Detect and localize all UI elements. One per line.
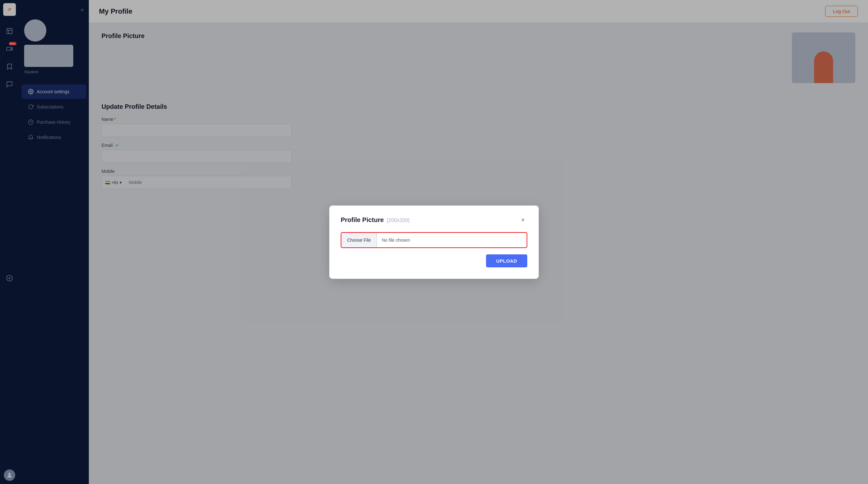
modal-title-group: Profile Picture [200x200] (341, 216, 409, 224)
no-file-text: No file chosen (377, 237, 527, 243)
modal-close-button[interactable]: × (518, 216, 527, 225)
modal-header: Profile Picture [200x200] × (341, 216, 527, 225)
modal-title: Profile Picture (341, 216, 384, 223)
upload-button[interactable]: UPLOAD (486, 254, 527, 267)
modal-overlay[interactable]: Profile Picture [200x200] × Choose File … (89, 0, 868, 484)
file-input-wrapper: Choose File No file chosen (341, 232, 527, 248)
profile-picture-modal: Profile Picture [200x200] × Choose File … (329, 205, 539, 279)
main-content: My Profile Log Out Profile Picture Updat… (89, 0, 868, 484)
modal-dimensions-hint: [200x200] (387, 218, 409, 223)
choose-file-button[interactable]: Choose File (341, 233, 377, 248)
